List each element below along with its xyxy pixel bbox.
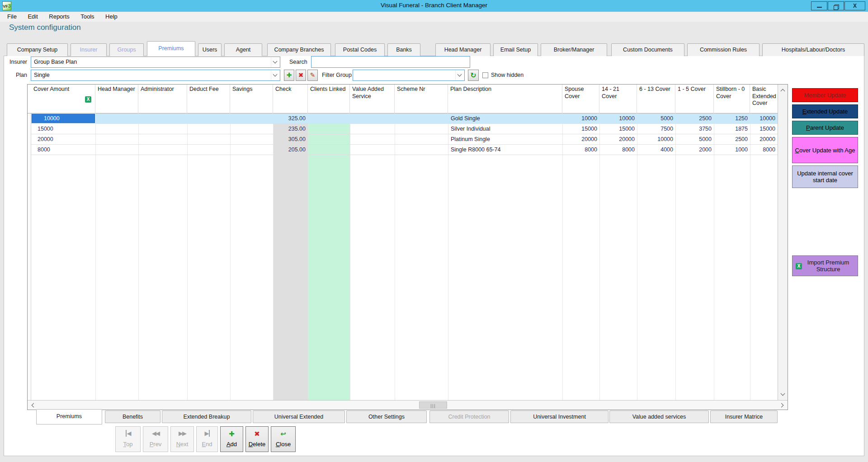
add-plan-button[interactable]: ✚	[284, 70, 294, 81]
cell-spouse-cover[interactable]: 8000	[562, 145, 599, 155]
table-row[interactable]: 20000 305.00 Platinum Single 20000 20000…	[31, 134, 778, 145]
tab-groups[interactable]: Groups	[109, 43, 144, 56]
bottom-tab-other-settings[interactable]: Other Settings	[346, 410, 427, 423]
tab-postal-codes[interactable]: Postal Codes	[335, 43, 385, 56]
plan-dropdown[interactable]: Single	[31, 70, 280, 81]
bottom-tab-premiums[interactable]: Premiums	[36, 409, 102, 424]
cell-spouse-cover[interactable]: 15000	[562, 124, 599, 134]
table-row[interactable]: 10000 325.00 Gold Single 10000 10000 500…	[31, 113, 778, 124]
tab-premiums[interactable]: Premiums	[147, 41, 195, 56]
col-header-savings[interactable]: Savings	[230, 85, 273, 113]
bottom-tab-extended-breakup[interactable]: Extended Breakup	[162, 410, 251, 423]
cell-6-13-cover[interactable]: 10000	[637, 134, 675, 144]
scroll-down-icon[interactable]	[779, 391, 787, 398]
bottom-tab-value-added-services[interactable]: Value added services	[609, 410, 709, 423]
cell-check[interactable]: 305.00	[273, 134, 308, 144]
bottom-tab-universal-investment[interactable]: Universal Investment	[510, 410, 609, 423]
horizontal-scrollbar[interactable]	[28, 400, 788, 410]
vertical-scrollbar[interactable]	[778, 85, 788, 400]
cell-14-21-cover[interactable]: 20000	[599, 134, 637, 144]
tab-hospitals-labour-doctors[interactable]: Hospitals/Labour/Doctors	[762, 43, 864, 56]
delete-record-button[interactable]: ✖ Delete	[245, 426, 269, 452]
cell-1-5-cover[interactable]: 2500	[675, 113, 714, 123]
cell-14-21-cover[interactable]: 8000	[599, 145, 637, 155]
cell-cover-amount[interactable]: 8000	[31, 145, 95, 155]
tab-company-branches[interactable]: Company Branches	[267, 43, 331, 56]
cell-spouse-cover[interactable]: 10000	[562, 113, 599, 123]
delete-plan-button[interactable]: ✖	[296, 70, 306, 81]
cover-update-with-age-button[interactable]: Cover Update with Age	[792, 137, 858, 163]
menu-file[interactable]: File	[3, 12, 21, 21]
tab-company-setup[interactable]: Company Setup	[7, 43, 68, 56]
cell-plan-description[interactable]: Silver Individual	[448, 124, 562, 134]
chevron-down-icon[interactable]	[271, 70, 280, 80]
scroll-right-icon[interactable]	[778, 401, 786, 409]
scrollbar-thumb[interactable]	[419, 401, 447, 409]
cell-1-5-cover[interactable]: 2000	[675, 145, 714, 155]
cell-6-13-cover[interactable]: 4000	[637, 145, 675, 155]
tab-banks[interactable]: Banks	[387, 43, 420, 56]
menu-reports[interactable]: Reports	[44, 12, 74, 21]
insurer-dropdown[interactable]: Group Base Plan	[31, 57, 280, 68]
cell-basic-extended-cover[interactable]: 8000	[750, 145, 778, 155]
cell-stillborn-0-cover[interactable]: 1875	[714, 124, 750, 134]
tab-commission-rules[interactable]: Commission Rules	[687, 43, 760, 56]
tab-custom-documents[interactable]: Custom Documents	[611, 43, 684, 56]
search-input[interactable]	[311, 56, 470, 68]
cell-check[interactable]: 205.00	[273, 145, 308, 155]
cell-stillborn-0-cover[interactable]: 2500	[714, 134, 750, 144]
tab-email-setup[interactable]: Email Setup	[493, 43, 538, 56]
member-update-button[interactable]: Member Update	[792, 88, 858, 102]
cell-check[interactable]: 325.00	[273, 113, 308, 123]
col-header-stillborn-0-cover[interactable]: Stillborn - 0 Cover	[714, 85, 750, 113]
cell-6-13-cover[interactable]: 7500	[637, 124, 675, 134]
col-header-basic-extended-cover[interactable]: Basic Extended Cover	[750, 85, 778, 113]
scroll-up-icon[interactable]	[779, 87, 787, 94]
cell-1-5-cover[interactable]: 5000	[675, 134, 714, 144]
import-premium-structure-button[interactable]: X Import Premium Structure	[792, 255, 858, 276]
scroll-left-icon[interactable]	[29, 401, 37, 409]
col-header-head-manager[interactable]: Head Manager	[95, 85, 138, 113]
col-header-plan-description[interactable]: Plan Description	[448, 85, 562, 113]
close-form-button[interactable]: ↩ Close	[271, 426, 296, 452]
col-header-1-5-cover[interactable]: 1 - 5 Cover	[675, 85, 714, 113]
col-header-administrator[interactable]: Administrator	[138, 85, 187, 113]
cell-6-13-cover[interactable]: 5000	[637, 113, 675, 123]
cell-1-5-cover[interactable]: 3750	[675, 124, 714, 134]
menu-help[interactable]: Help	[101, 12, 122, 21]
bottom-tab-benefits[interactable]: Benefits	[105, 410, 160, 423]
cell-basic-extended-cover[interactable]: 15000	[750, 124, 778, 134]
tab-head-manager[interactable]: Head Manager	[435, 43, 491, 56]
col-header-clients-linked[interactable]: Clients Linked	[308, 85, 350, 113]
cell-stillborn-0-cover[interactable]: 1000	[714, 145, 750, 155]
menu-tools[interactable]: Tools	[76, 12, 99, 21]
tab-broker-manager[interactable]: Broker/Manager	[541, 43, 607, 56]
tab-agent[interactable]: Agent	[224, 43, 262, 56]
cell-plan-description[interactable]: Single R8000 65-74	[448, 145, 562, 155]
cell-check[interactable]: 235.00	[273, 124, 308, 134]
restore-button[interactable]	[828, 1, 844, 10]
show-hidden-checkbox[interactable]	[482, 72, 488, 78]
table-row[interactable]: 8000 205.00 Single R8000 65-74 8000 8000…	[31, 145, 778, 155]
col-header-check[interactable]: Check	[273, 85, 308, 113]
filter-group-dropdown[interactable]	[353, 70, 465, 81]
col-header-6-13-cover[interactable]: 6 - 13 Cover	[637, 85, 675, 113]
cell-plan-description[interactable]: Gold Single	[448, 113, 562, 123]
cell-spouse-cover[interactable]: 20000	[562, 134, 599, 144]
add-record-button[interactable]: ✚ Add	[220, 426, 243, 452]
cell-basic-extended-cover[interactable]: 10000	[750, 113, 778, 123]
refresh-button[interactable]: ↻	[468, 70, 479, 81]
cell-14-21-cover[interactable]: 15000	[599, 124, 637, 134]
cell-stillborn-0-cover[interactable]: 1250	[714, 113, 750, 123]
parent-update-button[interactable]: Parent Update	[792, 121, 858, 135]
edit-plan-button[interactable]: ✎	[307, 70, 318, 81]
update-internal-cover-start-date-button[interactable]: Update internal cover start date	[792, 165, 858, 188]
bottom-tab-universal-extended[interactable]: Universal Extended	[253, 410, 345, 423]
col-header-spouse-cover[interactable]: Spouse Cover	[562, 85, 599, 113]
close-button[interactable]: X	[844, 1, 865, 10]
chevron-down-icon[interactable]	[271, 57, 280, 67]
cell-14-21-cover[interactable]: 10000	[599, 113, 637, 123]
cell-basic-extended-cover[interactable]: 20000	[750, 134, 778, 144]
col-header-scheme-nr[interactable]: Scheme Nr	[395, 85, 448, 113]
col-header-deduct-fee[interactable]: Deduct Fee	[187, 85, 230, 113]
